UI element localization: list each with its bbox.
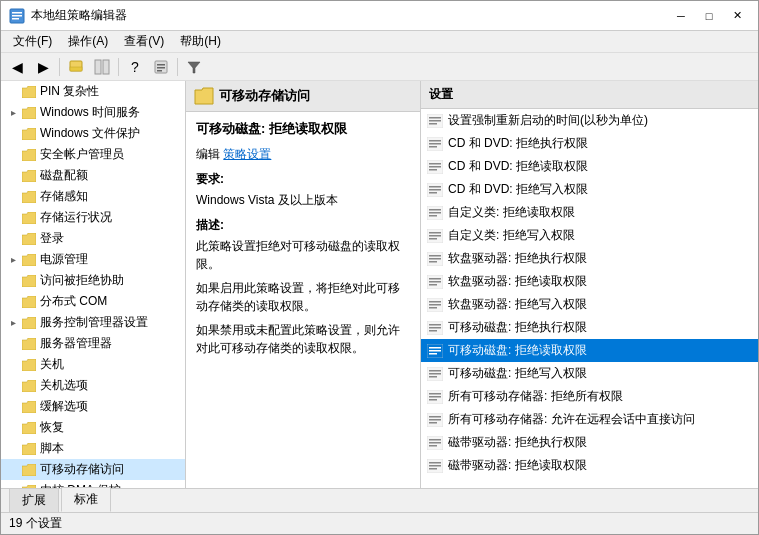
- edit-label: 编辑: [196, 147, 220, 161]
- svg-rect-60: [429, 376, 437, 378]
- middle-header: 可移动存储访问: [186, 81, 420, 112]
- minimize-button[interactable]: ─: [668, 6, 694, 26]
- policy-item-icon: [427, 183, 443, 197]
- menu-view[interactable]: 查看(V): [116, 31, 172, 52]
- show-hide-button[interactable]: [90, 56, 114, 78]
- tree-item-scm[interactable]: 服务控制管理器设置: [1, 312, 185, 333]
- up-button[interactable]: [64, 56, 88, 78]
- right-list-item[interactable]: 所有可移动存储器: 允许在远程会话中直接访问: [421, 408, 758, 431]
- svg-rect-42: [429, 278, 441, 280]
- right-list-item[interactable]: 可移动磁盘: 拒绝执行权限: [421, 316, 758, 339]
- description-label: 描述:: [196, 217, 410, 234]
- svg-rect-64: [429, 399, 437, 401]
- right-list-item[interactable]: 可移动磁盘: 拒绝写入权限: [421, 362, 758, 385]
- tree-arrow-pin: [5, 84, 21, 100]
- svg-rect-47: [429, 304, 441, 306]
- status-bar: 19 个设置: [1, 512, 758, 534]
- right-item-label: 磁带驱动器: 拒绝执行权限: [448, 434, 587, 451]
- tree-item-winfile[interactable]: Windows 文件保护: [1, 123, 185, 144]
- tree-item-sam[interactable]: 安全帐户管理员: [1, 144, 185, 165]
- policy-item-icon: [427, 413, 443, 427]
- tree-item-dcom[interactable]: 分布式 COM: [1, 291, 185, 312]
- menu-file[interactable]: 文件(F): [5, 31, 60, 52]
- app-icon: [9, 8, 25, 24]
- tree-item-storage-health[interactable]: 存储运行状况: [1, 207, 185, 228]
- tree-item-scripts[interactable]: 脚本: [1, 438, 185, 459]
- main-content: PIN 复杂性 Windows 时间服务 Windows 文件保护: [1, 81, 758, 488]
- right-item-label: 自定义类: 拒绝读取权限: [448, 204, 575, 221]
- policy-settings-link[interactable]: 策略设置: [223, 147, 271, 161]
- svg-rect-40: [429, 261, 437, 263]
- tree-item-mitigate[interactable]: 缓解选项: [1, 396, 185, 417]
- right-list-item[interactable]: 磁带驱动器: 拒绝读取权限: [421, 454, 758, 477]
- folder-icon: [21, 105, 37, 121]
- tree-item-pin[interactable]: PIN 复杂性: [1, 81, 185, 102]
- menu-action[interactable]: 操作(A): [60, 31, 116, 52]
- right-list-item[interactable]: CD 和 DVD: 拒绝执行权限: [421, 132, 758, 155]
- folder-icon: [21, 315, 37, 331]
- right-item-label: CD 和 DVD: 拒绝执行权限: [448, 135, 588, 152]
- description-text-2: 如果启用此策略设置，将拒绝对此可移动存储类的读取权限。: [196, 279, 410, 315]
- right-list-item[interactable]: 软盘驱动器: 拒绝执行权限: [421, 247, 758, 270]
- tree-item-shutdown[interactable]: 关机: [1, 354, 185, 375]
- folder-icon: [21, 357, 37, 373]
- folder-icon: [21, 189, 37, 205]
- right-list-item[interactable]: 磁带驱动器: 拒绝执行权限: [421, 431, 758, 454]
- policy-item-icon: [427, 229, 443, 243]
- tree-arrow-removable: [5, 462, 21, 478]
- right-item-label: 可移动磁盘: 拒绝写入权限: [448, 365, 587, 382]
- policy-item-icon: [427, 344, 443, 358]
- right-list-item[interactable]: 自定义类: 拒绝写入权限: [421, 224, 758, 247]
- close-button[interactable]: ✕: [724, 6, 750, 26]
- tree-item-storage-sense[interactable]: 存储感知: [1, 186, 185, 207]
- right-list-item[interactable]: 设置强制重新启动的时间(以秒为单位): [421, 109, 758, 132]
- policy-item-icon: [427, 160, 443, 174]
- description-text-1: 此策略设置拒绝对可移动磁盘的读取权限。: [196, 237, 410, 273]
- right-list-item[interactable]: 可移动磁盘: 拒绝读取权限: [421, 339, 758, 362]
- properties-button[interactable]: [149, 56, 173, 78]
- right-item-label: 自定义类: 拒绝写入权限: [448, 227, 575, 244]
- svg-rect-75: [429, 465, 441, 467]
- tree-item-removable[interactable]: 可移动存储访问: [1, 459, 185, 480]
- svg-rect-16: [429, 123, 437, 125]
- tree-arrow-diskquota: [5, 168, 21, 184]
- right-item-label: CD 和 DVD: 拒绝读取权限: [448, 158, 588, 175]
- svg-rect-67: [429, 419, 441, 421]
- tree-item-login[interactable]: 登录: [1, 228, 185, 249]
- maximize-button[interactable]: □: [696, 6, 722, 26]
- tree-item-access-denied[interactable]: 访问被拒绝协助: [1, 270, 185, 291]
- right-list-item[interactable]: CD 和 DVD: 拒绝写入权限: [421, 178, 758, 201]
- tree-arrow-shutdown-opt: [5, 378, 21, 394]
- right-list-item[interactable]: 所有可移动存储器: 拒绝所有权限: [421, 385, 758, 408]
- tree-arrow-restore: [5, 420, 21, 436]
- tree-arrow-access-denied: [5, 273, 21, 289]
- svg-rect-1: [12, 12, 22, 14]
- right-header: 设置: [421, 81, 758, 109]
- svg-rect-34: [429, 232, 441, 234]
- right-item-label: 软盘驱动器: 拒绝写入权限: [448, 296, 587, 313]
- right-list-item[interactable]: 软盘驱动器: 拒绝读取权限: [421, 270, 758, 293]
- help-button[interactable]: ?: [123, 56, 147, 78]
- svg-rect-51: [429, 327, 441, 329]
- back-button[interactable]: ◀: [5, 56, 29, 78]
- forward-button[interactable]: ▶: [31, 56, 55, 78]
- right-list-item[interactable]: 软盘驱动器: 拒绝写入权限: [421, 293, 758, 316]
- right-list-item[interactable]: CD 和 DVD: 拒绝读取权限: [421, 155, 758, 178]
- tab-extend[interactable]: 扩展: [9, 488, 59, 512]
- tree-item-shutdown-opt[interactable]: 关机选项: [1, 375, 185, 396]
- tab-standard[interactable]: 标准: [61, 487, 111, 512]
- svg-rect-46: [429, 301, 441, 303]
- svg-rect-52: [429, 330, 437, 332]
- tree-item-diskquota[interactable]: 磁盘配额: [1, 165, 185, 186]
- svg-rect-59: [429, 373, 441, 375]
- filter-button[interactable]: [182, 56, 206, 78]
- tree-item-servermgr[interactable]: 服务器管理器: [1, 333, 185, 354]
- menu-help[interactable]: 帮助(H): [172, 31, 229, 52]
- folder-icon: [21, 252, 37, 268]
- svg-rect-63: [429, 396, 441, 398]
- tree-item-power[interactable]: 电源管理: [1, 249, 185, 270]
- svg-rect-14: [429, 117, 441, 119]
- tree-item-restore[interactable]: 恢复: [1, 417, 185, 438]
- tree-item-wintime[interactable]: Windows 时间服务: [1, 102, 185, 123]
- right-list-item[interactable]: 自定义类: 拒绝读取权限: [421, 201, 758, 224]
